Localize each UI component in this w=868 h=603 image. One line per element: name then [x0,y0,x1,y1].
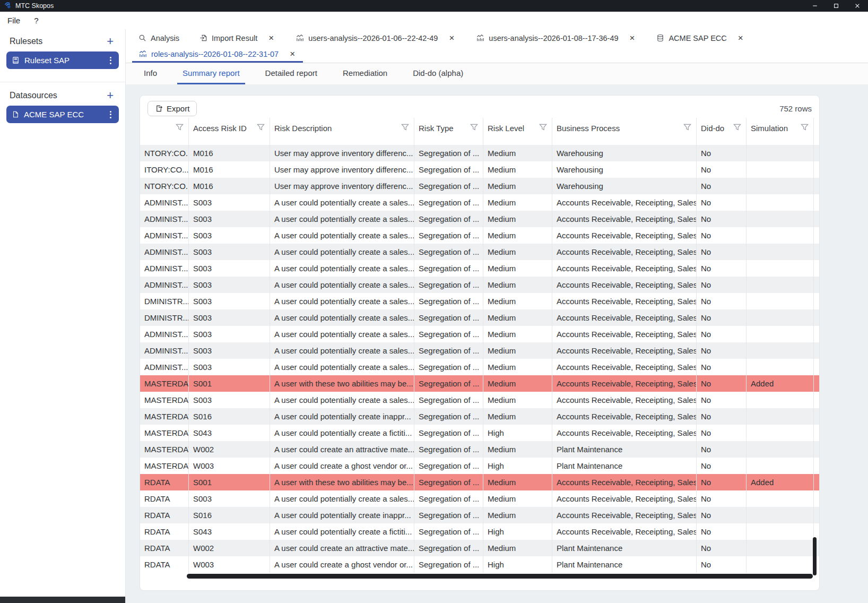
cell-process: Accounts Receivable, Receipting, Sales [552,260,697,277]
tab-acme-sap-ecc[interactable]: ACME SAP ECC× [650,29,751,47]
filter-icon[interactable] [800,123,809,133]
column-header-risk-type: Risk Type [414,118,483,138]
table-row[interactable]: MASTERDATAW002A user could create an att… [140,441,819,458]
maximize-button[interactable] [826,0,847,12]
table-row[interactable]: ADMINIST...S003A user could potentially … [140,326,819,342]
tab-close-icon[interactable]: × [447,33,456,42]
table-row[interactable]: RDATAS016A user could potentially create… [140,507,819,523]
table-row[interactable]: MASTERDATAW003A user could create a ghos… [140,458,819,474]
kebab-menu-icon[interactable] [108,109,114,120]
cell-process: Warehousing [552,145,697,161]
sidebar-item-ruleset-sap[interactable]: Ruleset SAP [6,51,119,69]
close-button[interactable] [847,0,868,12]
cell-desc: A user could potentially create a sales.… [270,244,414,260]
tab-analysis[interactable]: Analysis [132,29,186,47]
table-row[interactable]: MASTERDATAS001A user with these two abil… [140,375,819,392]
cell-text: Segregation of ... [419,412,479,421]
cell-desc: A user could potentially create a sales.… [270,277,414,293]
table-row[interactable]: RDATAS003A user could potentially create… [140,490,819,507]
tab-label: Import Result [212,34,257,42]
sidebar-section-rulesets: Rulesets+Ruleset SAP [0,29,125,74]
menu-item--[interactable]: ? [33,14,39,27]
search-icon [138,34,146,42]
cell-text: No [701,198,711,207]
tab-roles-analysis-2026-01-08-22-31-07[interactable]: roles-analysis--2026-01-08--22-31-07× [132,47,303,63]
cell-risk_id: S003 [189,392,270,408]
cell-text: M016 [193,149,213,158]
cell-process: Accounts Receivable, Receipting, Sales [552,244,697,260]
filter-icon[interactable] [470,123,479,133]
table-row[interactable]: ADMINIST...S003A user could potentially … [140,227,819,244]
table-row[interactable]: ADMINIST...S003A user could potentially … [140,194,819,211]
subtab-info[interactable]: Info [138,63,162,84]
table-row[interactable]: ADMINIST...S003A user could potentially … [140,342,819,359]
cell-desc: A user with these two abilities may be..… [270,474,414,490]
cell-desc: A user could create a ghost vendor or... [270,556,414,573]
tab-users-analysis-2026-01-06-22-42-49[interactable]: users-analysis--2026-01-06--22-42-49× [289,29,462,47]
cell-level: Medium [483,408,552,425]
cell-text: Segregation of ... [419,395,479,404]
cell-level: Medium [483,211,552,227]
filter-icon[interactable] [539,123,548,133]
table-row[interactable]: RDATAS001A user with these two abilities… [140,474,819,490]
sidebar-item-acme-sap-ecc[interactable]: ACME SAP ECC [6,106,119,123]
cell-text: No [701,363,711,372]
table-row[interactable]: DMINISTR...S003A user could potentially … [140,293,819,309]
cell-process: Accounts Receivable, Receipting, Sales [552,342,697,359]
subtab-remediation[interactable]: Remediation [337,63,393,84]
vertical-scrollbar-thumb[interactable] [813,537,817,575]
filter-icon[interactable] [733,123,742,133]
table-row[interactable]: NTORY:CO...M016User may approve inventor… [140,145,819,161]
table-row[interactable]: RDATAS043A user could potentially create… [140,523,819,540]
table-row[interactable]: ADMINIST...S003A user could potentially … [140,359,819,375]
cell-diddo: No [697,244,747,260]
table-row[interactable]: ADMINIST...S003A user could potentially … [140,277,819,293]
add-rulesets-button[interactable]: + [105,37,116,46]
table-row[interactable]: ITORY:CO...M016User may approve inventor… [140,161,819,178]
table-row[interactable]: ADMINIST...S003A user could potentially … [140,260,819,277]
table-row[interactable]: MASTERDATAS043A user could potentially c… [140,425,819,441]
tab-close-icon[interactable]: × [736,33,745,42]
tab-label: users-analysis--2026-01-08--17-36-49 [489,34,618,42]
filter-icon[interactable] [175,123,184,133]
tab-close-icon[interactable]: × [267,33,275,42]
kebab-menu-icon[interactable] [108,55,114,66]
cell-type: Segregation of ... [414,392,483,408]
subtab-summary-report[interactable]: Summary report [177,63,245,84]
sidebar-section-datasources: Datasources+ACME SAP ECC [0,83,125,128]
export-button[interactable]: Export [147,101,197,116]
menu-item-file[interactable]: File [6,14,21,27]
cell-type: Segregation of ... [414,342,483,359]
cell-text: S016 [193,511,212,520]
table-row[interactable]: ADMINIST...S003A user could potentially … [140,244,819,260]
filter-icon[interactable] [256,123,265,133]
filter-icon[interactable] [683,123,692,133]
cell-text: Medium [488,264,516,273]
tab-close-icon[interactable]: × [288,49,297,58]
cell-level: Medium [483,161,552,178]
add-datasources-button[interactable]: + [105,91,116,100]
cell-sim [747,458,814,474]
table-row[interactable]: MASTERDATAS016A user could potentially c… [140,408,819,425]
table-row[interactable]: NTORY:CO...M016User may approve inventor… [140,178,819,194]
table-row-partial[interactable]: NTORY:CO...M016User may approve inventor… [140,138,819,145]
subtab-did-do-alpha-[interactable]: Did-do (alpha) [407,63,468,84]
cell-text: No [701,297,711,306]
table-row[interactable]: MASTERDATAS003A user could potentially c… [140,392,819,408]
cell-text: No [701,231,711,240]
table-row[interactable]: RDATAW003A user could create a ghost ven… [140,556,819,573]
filter-icon[interactable] [401,123,410,133]
table-row[interactable]: ADMINIST...S003A user could potentially … [140,211,819,227]
cell-diddo: No [697,556,747,573]
table-row[interactable]: RDATAW002A user could create an attracti… [140,540,819,556]
subtab-detailed-report[interactable]: Detailed report [260,63,323,84]
cell-sim [747,425,814,441]
minimize-button[interactable] [804,0,826,12]
cell-process: Accounts Receivable, Receipting, Sales [552,211,697,227]
tab-users-analysis-2026-01-08-17-36-49[interactable]: users-analysis--2026-01-08--17-36-49× [470,29,643,47]
horizontal-scrollbar-thumb[interactable] [187,574,813,579]
tab-import-result[interactable]: Import Result× [193,29,282,47]
column-label: Risk Type [419,124,454,133]
tab-close-icon[interactable]: × [628,33,637,42]
table-row[interactable]: DMINISTR...S003A user could potentially … [140,309,819,326]
